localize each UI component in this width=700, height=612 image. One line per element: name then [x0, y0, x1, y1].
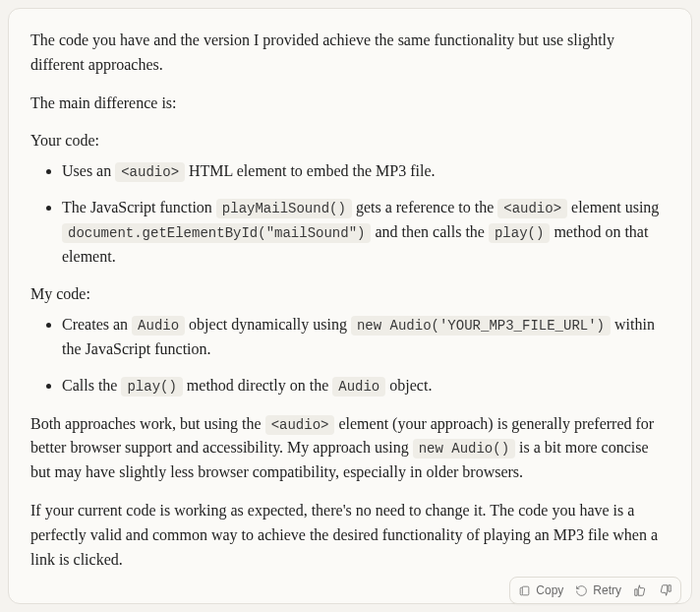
retry-icon [575, 584, 588, 597]
paragraph: If your current code is working as expec… [30, 499, 670, 572]
retry-label: Retry [593, 583, 621, 597]
your-code-label: Your code: [30, 129, 670, 153]
text: and then calls the [371, 223, 489, 240]
code-inline: new Audio() [413, 439, 515, 459]
message-action-bar: Copy Retry [509, 577, 681, 604]
copy-label: Copy [536, 583, 563, 597]
text: gets a reference to the [352, 199, 497, 215]
thumbs-up-button[interactable] [633, 581, 647, 599]
text: method directly on the [183, 377, 332, 394]
list-item: The JavaScript function playMailSound() … [62, 196, 670, 269]
code-inline: document.getElementById("mailSound") [62, 223, 371, 243]
paragraph: The main difference is: [30, 92, 670, 116]
code-inline: play() [489, 223, 550, 243]
paragraph: Both approaches work, but using the <aud… [30, 412, 670, 485]
code-inline: Audio [132, 316, 185, 336]
text: element using [567, 199, 659, 215]
retry-button[interactable]: Retry [575, 581, 621, 599]
assistant-message-card: The code you have and the version I prov… [8, 8, 692, 604]
list-item: Creates an Audio object dynamically usin… [62, 313, 670, 362]
text: Both approaches work, but using the [30, 415, 265, 432]
text: The JavaScript function [62, 199, 216, 215]
text: Uses an [62, 162, 115, 179]
svg-rect-0 [523, 586, 530, 595]
code-inline: <audio> [497, 199, 567, 218]
thumbs-down-icon [659, 583, 672, 597]
your-code-list: Uses an <audio> HTML element to embed th… [30, 159, 670, 269]
list-item: Calls the play() method directly on the … [62, 374, 670, 398]
code-inline: new Audio('YOUR_MP3_FILE_URL') [351, 316, 611, 336]
code-inline: play() [121, 377, 182, 397]
text: Creates an [62, 316, 132, 333]
code-inline: Audio [332, 377, 385, 397]
thumbs-up-icon [633, 583, 647, 597]
text: object. [385, 377, 432, 394]
my-code-label: My code: [30, 282, 670, 307]
code-inline: <audio> [115, 162, 185, 182]
message-content: The code you have and the version I prov… [30, 29, 670, 572]
code-inline: <audio> [265, 415, 335, 435]
thumbs-down-button[interactable] [659, 581, 672, 599]
text: object dynamically using [185, 316, 351, 333]
my-code-list: Creates an Audio object dynamically usin… [30, 313, 670, 398]
clipboard-icon [518, 584, 531, 597]
copy-button[interactable]: Copy [518, 581, 563, 599]
code-inline: playMailSound() [216, 199, 352, 218]
text: HTML element to embed the MP3 file. [185, 162, 435, 179]
list-item: Uses an <audio> HTML element to embed th… [62, 159, 670, 184]
paragraph: The code you have and the version I prov… [30, 29, 670, 78]
text: Calls the [62, 377, 121, 394]
